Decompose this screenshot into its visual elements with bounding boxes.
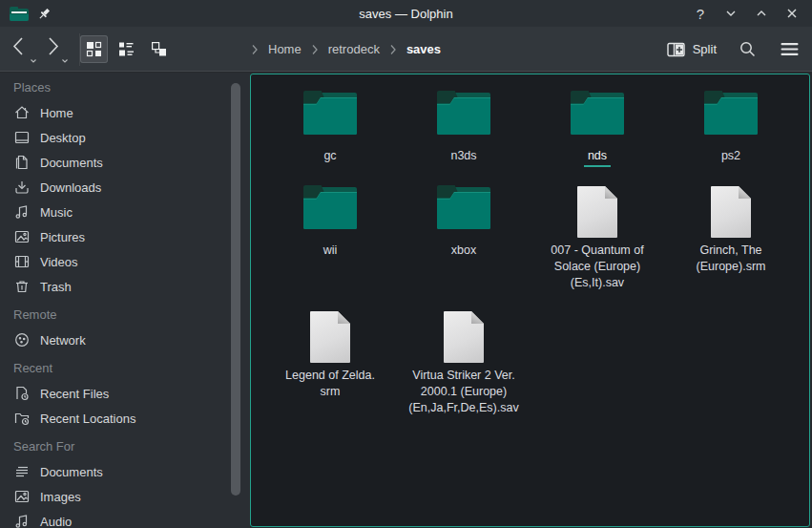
image-icon [13, 489, 30, 504]
home-icon [13, 105, 30, 120]
details-view-button[interactable] [113, 35, 140, 63]
sidebar-item-label: Videos [40, 255, 78, 269]
titlebar: saves — Dolphin ? [0, 0, 812, 27]
file-item-grinch-the[interactable]: Grinch, The(Europe).srm [664, 185, 798, 291]
section-header-recent: Recent [13, 356, 250, 381]
search-icon [739, 40, 757, 58]
sidebar-item-label: Trash [40, 280, 72, 294]
file-label: Virtua Striker 2 Ver.2000.1 (Europe)(En,… [400, 368, 528, 416]
sidebar-item-videos[interactable]: Videos [13, 249, 250, 274]
folder-icon [303, 91, 357, 135]
split-label: Split [693, 42, 717, 56]
section-header-search-for: Search For [13, 434, 250, 459]
recent-file-icon [13, 386, 30, 401]
breadcrumb-home[interactable]: Home [265, 40, 304, 58]
desktop-icon [13, 130, 30, 145]
close-button[interactable] [781, 3, 802, 24]
back-button[interactable] [10, 34, 38, 65]
close-icon [786, 8, 798, 19]
section-header-remote: Remote [13, 303, 250, 327]
file-label: xbox [400, 243, 528, 259]
sidebar-item-search-images[interactable]: Images [13, 484, 250, 509]
hamburger-menu-button[interactable] [776, 36, 802, 63]
folder-view[interactable]: gc n3ds nds ps2 wii xbox [250, 74, 810, 527]
help-button[interactable]: ? [690, 3, 711, 24]
breadcrumb-chevron-icon [311, 44, 319, 55]
breadcrumb-retrodeck[interactable]: retrodeck [325, 40, 383, 58]
file-item-ps2[interactable]: ps2 [664, 91, 798, 167]
section-header-places: Places [13, 75, 250, 100]
file-icon [577, 186, 617, 238]
split-button[interactable]: Split [665, 38, 718, 61]
recent-folder-icon [13, 411, 30, 426]
file-label: n3ds [400, 148, 528, 164]
file-label: ps2 [667, 148, 795, 164]
search-button[interactable] [734, 36, 760, 63]
text-lines-icon [13, 464, 30, 479]
icons-view-icon [86, 41, 102, 57]
sidebar-item-music[interactable]: Music [13, 200, 250, 224]
places-panel: Places Home Desktop Documents Downloads … [0, 73, 250, 528]
file-label: nds [533, 148, 661, 167]
file-item-gc[interactable]: gc [263, 91, 397, 167]
sidebar-item-network[interactable]: Network [13, 327, 250, 352]
sidebar-item-trash[interactable]: Trash [13, 274, 250, 299]
file-icon [310, 311, 350, 363]
folder-icon [303, 185, 357, 229]
app-folder-icon [10, 7, 29, 21]
file-item-n3ds[interactable]: n3ds [397, 91, 531, 167]
sidebar-item-documents[interactable]: Documents [13, 150, 250, 175]
sidebar-item-recent-files[interactable]: Recent Files [13, 381, 250, 406]
sidebar-scrollbar[interactable] [231, 83, 240, 496]
sidebar-item-label: Documents [40, 465, 103, 479]
breadcrumb-chevron-icon [251, 44, 259, 55]
download-icon [13, 180, 30, 195]
sidebar-item-label: Recent Locations [40, 412, 135, 426]
folder-icon [437, 91, 490, 135]
breadcrumb-chevron-icon [389, 44, 397, 55]
file-item-nds[interactable]: nds [531, 91, 664, 167]
sidebar-item-pictures[interactable]: Pictures [13, 224, 250, 249]
minimize-button[interactable] [720, 3, 741, 24]
sidebar-item-label: Audio [40, 515, 72, 528]
file-item-wii[interactable]: wii [263, 185, 397, 291]
sidebar-item-label: Music [40, 205, 73, 220]
file-icon [711, 186, 751, 238]
split-icon [667, 42, 685, 57]
breadcrumb-current[interactable]: saves [404, 40, 444, 58]
file-item-xbox[interactable]: xbox [397, 185, 531, 291]
sidebar-item-search-audio[interactable]: Audio [13, 509, 250, 528]
forward-button[interactable] [41, 34, 70, 65]
sidebar-item-label: Documents [40, 156, 103, 170]
sidebar-item-search-documents[interactable]: Documents [13, 459, 250, 484]
sidebar-item-label: Home [40, 106, 73, 120]
breadcrumb: Home retrodeck saves [251, 27, 444, 72]
hamburger-icon [781, 42, 799, 56]
help-icon: ? [697, 6, 704, 22]
sidebar-item-recent-locations[interactable]: Recent Locations [13, 406, 250, 431]
icons-view-button[interactable] [80, 35, 108, 63]
file-label: 007 - Quantum ofSolace (Europe)(Es,It).s… [533, 243, 661, 291]
sidebar-item-home[interactable]: Home [13, 100, 250, 125]
folder-icon [704, 91, 758, 135]
network-icon [13, 332, 30, 348]
back-dropdown-caret-icon [30, 58, 37, 64]
back-icon [10, 34, 31, 59]
sidebar-item-downloads[interactable]: Downloads [13, 175, 250, 200]
sidebar-item-desktop[interactable]: Desktop [13, 125, 250, 150]
file-item-virtua-striker-2[interactable]: Virtua Striker 2 Ver.2000.1 (Europe)(En,… [397, 310, 531, 416]
folder-icon [571, 91, 624, 135]
file-label: Grinch, The(Europe).srm [667, 243, 795, 275]
file-icon [444, 311, 484, 363]
maximize-button[interactable] [751, 3, 772, 24]
sidebar-item-label: Network [40, 333, 86, 348]
pin-icon [37, 7, 52, 21]
file-item-legend-of-zelda[interactable]: Legend of Zelda.srm [263, 310, 397, 416]
file-item-007-quantum-of-solace[interactable]: 007 - Quantum ofSolace (Europe)(Es,It).s… [531, 185, 664, 291]
sidebar-item-label: Recent Files [40, 387, 109, 401]
tree-view-button[interactable] [145, 35, 173, 63]
details-view-icon [118, 41, 135, 57]
sidebar-item-label: Desktop [40, 131, 86, 145]
folder-icon [437, 185, 490, 229]
file-label: wii [266, 243, 394, 259]
